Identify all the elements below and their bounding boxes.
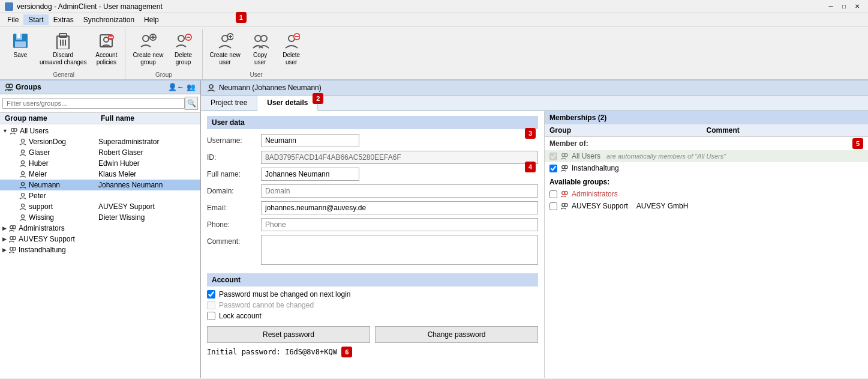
copy-user-button[interactable]: Copyuser <box>245 29 275 68</box>
tree-item-wissing[interactable]: Wissing Dieter Wissing <box>0 212 200 223</box>
tree-item-support[interactable]: support AUVESY Support <box>0 201 200 212</box>
available-groups-label: Available groups: <box>545 174 868 188</box>
expand-all-users[interactable]: ▼ <box>2 128 8 134</box>
save-button[interactable]: Save <box>6 29 35 61</box>
username-neumann: Neumann <box>29 181 60 189</box>
pwd-change-checkbox[interactable] <box>207 290 215 299</box>
tree-item-meier[interactable]: Meier Klaus Meier <box>0 169 200 180</box>
fullname-input[interactable] <box>261 168 359 181</box>
user-arrow-icon[interactable]: 👤← <box>168 83 184 91</box>
phone-row: Phone: <box>207 218 538 231</box>
annotation-6: 6 <box>341 347 352 357</box>
administrators-checkbox[interactable] <box>549 190 557 198</box>
user-icon-peter <box>19 192 26 199</box>
comment-textarea[interactable] <box>261 235 538 265</box>
delete-group-label: Deletegroup <box>175 52 192 66</box>
id-label: ID: <box>207 153 261 162</box>
menu-file[interactable]: File <box>2 14 23 25</box>
maximize-button[interactable]: □ <box>838 2 850 11</box>
phone-input[interactable] <box>261 218 538 231</box>
email-input[interactable] <box>261 201 538 214</box>
domain-row: Domain: <box>207 184 538 198</box>
annotation-2: 2 <box>313 93 323 104</box>
username-peter: Peter <box>29 192 46 200</box>
tree-item-auvesy-support[interactable]: ▶ AUVESY Support <box>0 234 200 244</box>
filter-input[interactable] <box>2 98 185 109</box>
create-new-group-button[interactable]: Create newgroup <box>129 29 167 68</box>
create-new-user-button[interactable]: Create newuser 1 <box>206 29 244 68</box>
menu-extras[interactable]: Extras <box>49 14 79 25</box>
delete-user-button[interactable]: Deleteuser <box>277 29 307 68</box>
svg-point-24 <box>255 35 261 41</box>
membership-instandhaltung: Instandhaltung <box>545 162 868 174</box>
all-users-checkbox <box>549 153 557 160</box>
col-comment: Comment <box>707 126 864 135</box>
svg-rect-3 <box>15 41 26 47</box>
membership-all-users: All Users are automatically members of "… <box>545 150 868 162</box>
id-input <box>261 151 538 164</box>
group-label-instandhaltung: Instandhaltung <box>19 246 66 254</box>
username-input[interactable] <box>261 134 359 147</box>
tree-item-administrators[interactable]: ▶ Administrators <box>0 223 200 234</box>
menu-synchronization[interactable]: Synchronization <box>79 14 139 25</box>
group-icon-instandhaltung <box>9 246 16 253</box>
tree-item-glaser[interactable]: Glaser Robert Glaser <box>0 147 200 158</box>
delete-user-label: Deleteuser <box>283 52 300 66</box>
expand-administrators[interactable]: ▶ <box>2 225 7 231</box>
instandhaltung-name: Instandhaltung <box>572 164 619 172</box>
pwd-change-label[interactable]: Password must be changed on next login <box>219 290 350 299</box>
group-icon-auvesy <box>9 235 16 243</box>
auvesy-support-avail-checkbox[interactable] <box>549 202 557 210</box>
tree-item-versiondog[interactable]: VersionDog Superadministrator <box>0 136 200 147</box>
username-glaser: Glaser <box>29 148 50 157</box>
user-right-icon[interactable]: 👥 <box>187 83 196 91</box>
lock-account-checkbox[interactable] <box>207 312 215 320</box>
tab-project-tree[interactable]: Project tree <box>201 96 257 111</box>
lock-account-row: Lock account <box>207 312 538 320</box>
menu-help[interactable]: Help <box>139 14 164 25</box>
group-icon-administrators <box>9 225 16 232</box>
email-label: Email: <box>207 204 261 212</box>
tree: ▼ All Users VersionDog Superadministrato… <box>0 124 200 378</box>
annotation-3: 3 <box>525 128 536 139</box>
domain-label: Domain: <box>207 187 261 195</box>
discard-label: Discardunsaved changes <box>40 52 86 66</box>
reset-password-button[interactable]: Reset password <box>207 326 370 343</box>
col-full-name: Full name <box>101 114 196 123</box>
username-row: Username: 3 <box>207 134 538 147</box>
search-button[interactable]: 🔍 <box>185 97 198 110</box>
discard-button[interactable]: Discardunsaved changes <box>36 29 90 68</box>
svg-point-36 <box>21 172 24 175</box>
username-versiondog: VersionDog <box>29 138 66 146</box>
tree-item-huber[interactable]: Huber Edwin Huber <box>0 158 200 169</box>
close-button[interactable]: ✕ <box>851 2 863 11</box>
expand-instandhaltung[interactable]: ▶ <box>2 247 7 253</box>
delete-group-button[interactable]: Deletegroup <box>169 29 199 68</box>
expand-auvesy-support[interactable]: ▶ <box>2 236 7 242</box>
member-of-text: Member of: <box>549 139 588 148</box>
all-users-label: All Users <box>20 127 49 135</box>
copy-user-label: Copyuser <box>253 52 267 66</box>
administrators-icon <box>561 190 568 198</box>
user-icon-glaser <box>19 149 26 156</box>
tree-item-instandhaltung[interactable]: ▶ Instandhaltung <box>0 244 200 255</box>
minimize-button[interactable]: ─ <box>825 2 837 11</box>
instandhaltung-checkbox[interactable] <box>549 165 557 172</box>
domain-input[interactable] <box>261 184 538 198</box>
svg-point-17 <box>178 35 184 41</box>
tree-item-all-users[interactable]: ▼ All Users <box>0 126 200 136</box>
svg-point-40 <box>21 215 24 218</box>
user-panel-title: Neumann (Johannes Neumann) <box>219 83 322 92</box>
tree-item-neumann[interactable]: Neumann Johannes Neumann <box>0 180 200 190</box>
change-password-button[interactable]: Change password <box>375 326 538 343</box>
tab-user-details[interactable]: User details 2 <box>257 96 318 111</box>
svg-point-37 <box>21 183 24 186</box>
tree-item-peter[interactable]: Peter <box>0 190 200 201</box>
menu-start[interactable]: Start <box>23 14 48 25</box>
lock-account-label[interactable]: Lock account <box>219 312 262 320</box>
svg-point-25 <box>261 35 267 41</box>
filter-bar: 🔍 <box>0 94 200 113</box>
email-row: Email: <box>207 201 538 214</box>
svg-point-39 <box>21 204 24 207</box>
account-policies-button[interactable]: Accountpolicies <box>91 29 121 68</box>
